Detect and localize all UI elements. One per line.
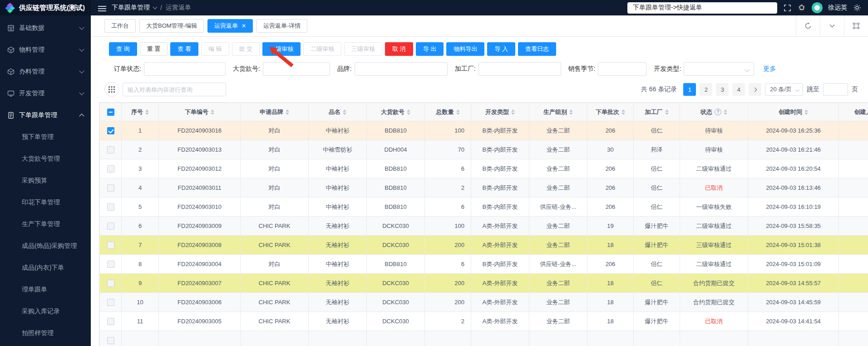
page-number-button[interactable]: 1 bbox=[683, 83, 696, 96]
table-row[interactable]: 4 FD20240903011 对白 中袖衬衫 BDB810 2 B类-内部开发… bbox=[100, 178, 868, 198]
row-checkbox[interactable] bbox=[107, 165, 114, 173]
table-row[interactable] bbox=[100, 331, 868, 346]
quick-nav-search-input[interactable] bbox=[627, 2, 777, 14]
table-row[interactable]: 8 FD20240903004 对白 中袖衬衫 BDB810 6 B类-内部开发… bbox=[100, 255, 868, 274]
table-search-input[interactable] bbox=[123, 83, 226, 96]
table-row[interactable]: 9 FD20240903007 CHIC PARK 无袖衬衫 DCKC030 2… bbox=[100, 274, 868, 293]
table-row[interactable]: 5 FD20240903010 对白 中袖衬衫 BDB810 6 B类-内部开发… bbox=[100, 198, 868, 217]
tab-label: 工作台 bbox=[111, 22, 129, 30]
toolbar-button[interactable]: 三级审核 bbox=[344, 42, 382, 56]
maximize-content-icon[interactable] bbox=[844, 15, 868, 37]
table-row[interactable]: 6 FD20240903009 CHIC PARK 无袖衬衫 DCKC030 1… bbox=[100, 217, 868, 236]
row-checkbox[interactable] bbox=[107, 337, 114, 344]
toolbar-button[interactable]: 编 辑 bbox=[201, 42, 229, 56]
settings-gear-icon[interactable] bbox=[853, 3, 862, 12]
jump-to-page-input[interactable] bbox=[823, 83, 848, 96]
sort-toggle-icon[interactable] bbox=[569, 109, 573, 115]
toolbar-button[interactable]: 查看日志 bbox=[518, 42, 556, 56]
row-checkbox[interactable] bbox=[107, 242, 114, 249]
sort-toggle-icon[interactable] bbox=[621, 109, 625, 115]
sidebar-item-material-mgmt[interactable]: 物料管理 bbox=[0, 39, 91, 61]
more-filters-link[interactable]: 更多 bbox=[763, 65, 776, 73]
filter-input[interactable] bbox=[263, 62, 330, 76]
sort-toggle-icon[interactable] bbox=[145, 109, 149, 115]
sidebar-submenu-item[interactable]: 生产下单管理 bbox=[0, 213, 91, 235]
close-tab-icon[interactable]: ✕ bbox=[242, 23, 246, 29]
sidebar-submenu-item[interactable]: 成品(内衣)下单 bbox=[0, 257, 91, 279]
toolbar-button[interactable]: 提 交 bbox=[232, 42, 260, 56]
page-size-select[interactable]: 20 条/页 bbox=[765, 83, 803, 96]
breadcrumb-parent[interactable]: 下单跟单管理 bbox=[112, 4, 150, 12]
row-checkbox[interactable] bbox=[107, 261, 114, 268]
sidebar-submenu-item[interactable]: 理单跟单 bbox=[0, 279, 91, 301]
table-row[interactable]: 1 FD20240903016 对白 中袖衬衫 BDB810 100 B类-内部… bbox=[100, 121, 868, 140]
fullscreen-icon[interactable] bbox=[783, 3, 792, 12]
select-all-checkbox[interactable] bbox=[107, 109, 114, 116]
cell-factory: 侣仁 bbox=[634, 159, 680, 178]
sidebar-item-dev-mgmt[interactable]: 开发管理 bbox=[0, 83, 91, 104]
toolbar-button[interactable]: 二级审核 bbox=[303, 42, 341, 56]
row-checkbox[interactable] bbox=[107, 127, 114, 134]
sidebar-submenu-item[interactable]: 预下单管理 bbox=[0, 126, 91, 148]
toolbar-button[interactable]: 导 出 bbox=[416, 42, 444, 56]
toolbar-button[interactable]: 查 询 bbox=[109, 42, 137, 56]
page-number-button[interactable]: 2 bbox=[700, 83, 712, 96]
sort-toggle-icon[interactable] bbox=[665, 109, 669, 115]
chevron-down-icon[interactable] bbox=[820, 15, 844, 37]
page-number-button[interactable]: 3 bbox=[716, 83, 729, 96]
column-settings-icon[interactable] bbox=[104, 82, 119, 97]
toolbar-button[interactable]: 导 入 bbox=[487, 42, 515, 56]
collapse-sidebar-icon[interactable] bbox=[98, 5, 106, 11]
sidebar-submenu-item[interactable]: 印花下单管理 bbox=[0, 192, 91, 213]
row-checkbox[interactable] bbox=[107, 146, 114, 153]
refresh-icon[interactable] bbox=[796, 15, 820, 37]
user-avatar[interactable] bbox=[812, 2, 823, 13]
filter-input[interactable] bbox=[144, 62, 226, 76]
table-row[interactable]: 2 FD20240903013 对白 中袖雪纺衫 DDH004 70 B类-内部… bbox=[100, 140, 868, 159]
sort-toggle-icon[interactable] bbox=[286, 109, 289, 115]
sidebar-submenu-item[interactable]: 大货款号管理 bbox=[0, 148, 91, 170]
column-header: 状态? bbox=[680, 103, 748, 121]
sort-toggle-icon[interactable] bbox=[724, 109, 727, 115]
sort-toggle-icon[interactable] bbox=[407, 109, 410, 115]
sort-toggle-icon[interactable] bbox=[804, 109, 808, 115]
table-row[interactable]: 11 FD20240903005 CHIC PARK 无袖衬衫 DCKC030 … bbox=[100, 312, 868, 331]
row-checkbox[interactable] bbox=[107, 203, 114, 211]
row-checkbox[interactable] bbox=[107, 318, 114, 325]
row-checkbox[interactable] bbox=[107, 280, 114, 287]
table-row[interactable]: 3 FD20240903012 对白 中袖衬衫 BDB810 6 B类-内部开发… bbox=[100, 159, 868, 178]
filter-input[interactable] bbox=[598, 62, 646, 76]
filter-input[interactable] bbox=[478, 62, 561, 76]
sidebar-item-fabric-mgmt[interactable]: 办料管理 bbox=[0, 61, 91, 83]
page-tab[interactable]: 运营返单 ✕ bbox=[207, 19, 253, 33]
sidebar-item-order-tracking[interactable]: 下单跟单管理 bbox=[0, 104, 91, 126]
help-icon[interactable]: ? bbox=[715, 109, 721, 115]
toolbar-button[interactable]: 取 消 bbox=[385, 42, 413, 56]
row-checkbox[interactable] bbox=[107, 222, 114, 230]
sidebar-submenu-item[interactable]: 拍照样管理 bbox=[0, 322, 91, 344]
filter-input[interactable] bbox=[684, 62, 754, 76]
table-row[interactable]: 10 FD20240903006 CHIC PARK 无袖衬衫 DCKC030 … bbox=[100, 293, 868, 312]
toolbar-button[interactable]: 一级审核 bbox=[262, 42, 301, 56]
toolbar-button[interactable]: 物料导出 bbox=[446, 42, 484, 56]
browser-plugin-icon[interactable] bbox=[797, 3, 806, 12]
sidebar-submenu-item[interactable]: 采购预算 bbox=[0, 170, 91, 192]
sort-toggle-icon[interactable] bbox=[343, 109, 346, 115]
toolbar-button[interactable]: 查 看 bbox=[170, 42, 198, 56]
sidebar-item-base-data[interactable]: 基础数据 bbox=[0, 17, 91, 39]
filter-input[interactable] bbox=[355, 62, 448, 76]
next-page-icon[interactable] bbox=[749, 83, 761, 96]
page-tab[interactable]: 大货BOM管理-编辑 bbox=[139, 19, 204, 33]
page-tab[interactable]: 工作台 bbox=[104, 19, 136, 33]
row-checkbox[interactable] bbox=[107, 299, 114, 306]
sort-toggle-icon[interactable] bbox=[511, 109, 515, 115]
page-number-button[interactable]: 4 bbox=[732, 83, 745, 96]
table-row[interactable]: 7 FD20240903008 CHIC PARK 无袖衬衫 DCKC030 2… bbox=[100, 236, 868, 255]
row-checkbox[interactable] bbox=[107, 184, 114, 192]
page-tab[interactable]: 运营返单-详情 bbox=[256, 19, 307, 33]
sidebar-submenu-item[interactable]: 成品(饰品)采购管理 bbox=[0, 235, 91, 257]
sidebar-submenu-item[interactable]: 采购入库记录 bbox=[0, 301, 91, 322]
sort-toggle-icon[interactable] bbox=[211, 109, 214, 115]
sort-toggle-icon[interactable] bbox=[456, 109, 460, 115]
toolbar-button[interactable]: 重 置 bbox=[140, 42, 168, 56]
